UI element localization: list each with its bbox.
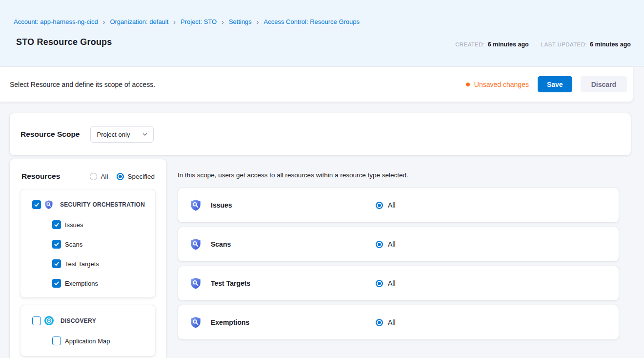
sto-shield-icon bbox=[189, 316, 202, 329]
radio-all-label: All bbox=[101, 173, 108, 180]
access-all-label: All bbox=[388, 318, 396, 326]
application-map-checkbox[interactable] bbox=[52, 337, 61, 345]
resource-row-label: Scans bbox=[211, 240, 231, 248]
resource-row-test-targets: Test Targets All bbox=[178, 266, 619, 300]
group-children: Issues Scans Test Targets Exemptions bbox=[32, 220, 149, 288]
resource-scope-label: Resource Scope bbox=[20, 130, 80, 139]
header-meta: CREATED: 6 minutes ago LAST UPDATED: 6 m… bbox=[455, 41, 631, 48]
resources-panel-header: Resources All Specified bbox=[10, 159, 166, 181]
radio-option-specified[interactable]: Specified bbox=[117, 173, 155, 180]
test-targets-checkbox[interactable] bbox=[52, 259, 61, 268]
discovery-checkbox[interactable] bbox=[32, 316, 41, 325]
resource-row-label: Test Targets bbox=[211, 279, 250, 287]
sto-shield-icon bbox=[189, 277, 202, 290]
check-icon bbox=[54, 241, 60, 247]
resource-row-label: Exemptions bbox=[211, 318, 249, 326]
check-icon bbox=[54, 261, 60, 267]
access-all-radio[interactable] bbox=[376, 280, 383, 287]
chevron-down-icon bbox=[142, 131, 148, 137]
resource-row-scans: Scans All bbox=[178, 227, 619, 261]
save-button[interactable]: Save bbox=[538, 76, 572, 92]
resource-item-label: Application Map bbox=[65, 337, 110, 345]
chevron-right-icon: › bbox=[173, 19, 176, 25]
radio-all-unselected[interactable] bbox=[90, 173, 97, 180]
access-all-radio[interactable] bbox=[376, 202, 383, 209]
chevron-right-icon: › bbox=[221, 19, 224, 25]
resource-item-label: Exemptions bbox=[65, 280, 98, 287]
radio-specified-label: Specified bbox=[127, 173, 155, 180]
access-all-label: All bbox=[388, 279, 396, 287]
resource-row-label: Issues bbox=[211, 201, 232, 209]
breadcrumb-access-control[interactable]: Access Control: Resource Groups bbox=[264, 18, 360, 25]
unsaved-changes-label: Unsaved changes bbox=[474, 81, 529, 88]
toolbar-actions: Unsaved changes Save Discard bbox=[466, 76, 628, 92]
check-icon bbox=[54, 222, 60, 228]
breadcrumb-organization[interactable]: Organization: default bbox=[110, 18, 168, 25]
group-header: DISCOVERY bbox=[32, 316, 149, 326]
access-radio-group: All bbox=[376, 318, 396, 326]
resource-scope-select[interactable]: Project only bbox=[90, 126, 154, 143]
chevron-right-icon: › bbox=[257, 19, 259, 25]
breadcrumb-account[interactable]: Account: app-harness-ng-cicd bbox=[14, 18, 98, 25]
unsaved-dot-icon bbox=[466, 83, 470, 86]
resources-title: Resources bbox=[21, 172, 60, 181]
toolbar-description: Select Resource and define its scope of … bbox=[10, 81, 155, 88]
sto-shield-icon bbox=[189, 238, 202, 251]
resource-group-security-orchestration: SECURITY ORCHESTRATION Issues Scans Test… bbox=[20, 190, 155, 297]
resources-panel: Resources All Specified SECURITY ORCHEST… bbox=[10, 159, 166, 358]
breadcrumb-project[interactable]: Project: STO bbox=[181, 18, 217, 25]
page-header: Account: app-harness-ng-cicd › Organizat… bbox=[0, 0, 644, 66]
radio-option-all[interactable]: All bbox=[90, 173, 108, 180]
last-updated-label: LAST UPDATED: bbox=[541, 42, 587, 47]
resource-item-label: Test Targets bbox=[65, 260, 99, 268]
exemptions-checkbox[interactable] bbox=[52, 279, 61, 288]
unsaved-changes-badge: Unsaved changes bbox=[466, 81, 529, 88]
resource-scope-card: Resource Scope Project only bbox=[10, 113, 631, 155]
group-header: SECURITY ORCHESTRATION bbox=[32, 200, 149, 210]
group-label: DISCOVERY bbox=[60, 317, 96, 324]
security-orchestration-checkbox[interactable] bbox=[32, 200, 41, 209]
resource-item-label: Issues bbox=[65, 221, 83, 229]
group-children: Application Map bbox=[32, 337, 149, 345]
discard-button[interactable]: Discard bbox=[581, 76, 627, 92]
sto-shield-icon bbox=[189, 199, 202, 211]
access-radio-group: All bbox=[376, 240, 396, 248]
breadcrumb-settings[interactable]: Settings bbox=[229, 18, 252, 25]
access-all-radio[interactable] bbox=[376, 319, 383, 326]
toolbar: Select Resource and define its scope of … bbox=[0, 67, 633, 102]
sto-shield-icon bbox=[44, 200, 54, 210]
discovery-radar-icon bbox=[44, 316, 54, 326]
access-all-label: All bbox=[388, 201, 396, 209]
resource-item-issues: Issues bbox=[52, 220, 149, 229]
check-icon bbox=[54, 280, 60, 286]
check-icon bbox=[34, 202, 40, 208]
resource-scope-selected-value: Project only bbox=[97, 131, 130, 138]
resources-scope-radio-group: All Specified bbox=[90, 173, 155, 180]
access-all-label: All bbox=[388, 240, 396, 248]
issues-checkbox[interactable] bbox=[52, 220, 61, 229]
resource-item-exemptions: Exemptions bbox=[52, 279, 149, 288]
resource-group-discovery: DISCOVERY Application Map bbox=[20, 305, 155, 356]
resource-item-label: Scans bbox=[65, 241, 82, 248]
breadcrumb: Account: app-harness-ng-cicd › Organizat… bbox=[14, 18, 360, 25]
page-title: STO Resource Groups bbox=[16, 37, 112, 47]
resource-rows: Issues All Scans All Test Targets All bbox=[178, 188, 619, 344]
chevron-right-icon: › bbox=[103, 19, 105, 25]
created-label: CREATED: bbox=[455, 42, 485, 47]
access-radio-group: All bbox=[376, 201, 396, 209]
group-label: SECURITY ORCHESTRATION bbox=[60, 201, 145, 208]
resource-item-test-targets: Test Targets bbox=[52, 259, 149, 268]
radio-specified-selected[interactable] bbox=[117, 173, 124, 180]
resource-row-exemptions: Exemptions All bbox=[178, 305, 619, 339]
created-value: 6 minutes ago bbox=[488, 41, 529, 48]
last-updated-value: 6 minutes ago bbox=[590, 41, 631, 48]
access-all-radio[interactable] bbox=[376, 241, 383, 248]
meta-divider bbox=[535, 41, 535, 48]
scope-intro-text: In this scope, users get access to all r… bbox=[178, 171, 408, 179]
resource-item-scans: Scans bbox=[52, 240, 149, 249]
resource-item-application-map: Application Map bbox=[52, 337, 149, 345]
resource-row-issues: Issues All bbox=[178, 188, 619, 222]
access-radio-group: All bbox=[376, 279, 396, 287]
scans-checkbox[interactable] bbox=[52, 240, 61, 249]
